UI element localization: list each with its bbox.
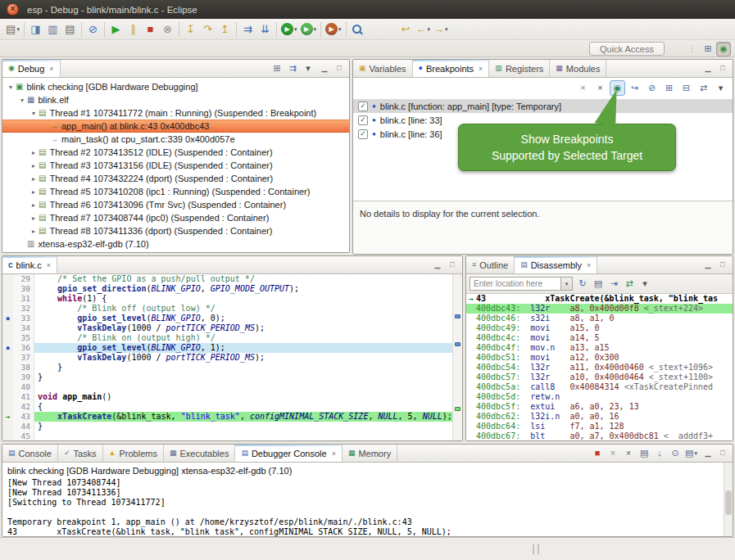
editor-marker-bar[interactable] xyxy=(2,422,13,431)
editor-marker-bar[interactable] xyxy=(2,373,13,382)
editor-marker-bar[interactable] xyxy=(2,353,13,363)
disassembly-row[interactable]: 400dbc5f: extui a6, a0, 23, 13 xyxy=(466,402,733,412)
tree-item-gdb-node[interactable]: ▥xtensa-esp32-elf-gdb (7.10) xyxy=(2,237,349,251)
debug-instruction-stepping-icon[interactable]: ⇉ xyxy=(285,61,300,76)
breakpoint-marker-icon[interactable]: ● xyxy=(2,314,13,323)
editor-marker-bar[interactable] xyxy=(2,382,13,392)
editor-line[interactable]: ●33 gpio_set_level(BLINK_GPIO, 0); xyxy=(2,314,462,323)
editor-marker-bar[interactable] xyxy=(2,304,13,314)
close-icon[interactable]: × xyxy=(332,449,336,458)
pin-console-icon[interactable]: ⊙ xyxy=(668,446,683,461)
window-close-button[interactable]: × xyxy=(7,3,19,16)
disassembly-row[interactable]: 400dbc62: l32i.n a0, a0, 16 xyxy=(466,412,733,422)
ruler-breakpoint-mark[interactable] xyxy=(455,342,461,346)
link-with-debug-view-icon[interactable]: ⇄ xyxy=(696,80,711,96)
disassembly-row[interactable]: 400dbc51: movi a12, 0x300 xyxy=(466,353,733,363)
editor-line[interactable]: 34 vTaskDelay(1000 / portTICK_PERIOD_MS)… xyxy=(2,323,462,333)
editor-body[interactable]: 29 /* Set the GPIO as a push/pull output… xyxy=(2,274,462,440)
terminate-icon[interactable]: ■ xyxy=(142,20,159,38)
location-dropdown-button[interactable]: ▾ xyxy=(561,277,573,291)
run-launch-icon[interactable]: ▶▾ xyxy=(299,20,319,38)
editor-marker-bar[interactable] xyxy=(2,323,13,333)
editor-tab-blink-c[interactable]: cblink.c× xyxy=(2,256,57,273)
maximize-view-button[interactable]: □ xyxy=(333,63,345,75)
go-to-pc-icon[interactable]: ⇥ xyxy=(606,277,621,291)
debug-launch-icon[interactable]: ▶▾ xyxy=(279,20,299,38)
breakpoint-marker-icon[interactable]: ● xyxy=(2,343,13,353)
minimize-view-button[interactable]: ▁ xyxy=(702,63,714,75)
save-all-icon[interactable]: ▥ xyxy=(44,20,61,38)
expander-icon[interactable]: ▸ xyxy=(29,228,39,235)
breakpoints-tab-modules[interactable]: ▦Modules xyxy=(550,60,606,77)
open-perspective-icon[interactable]: ⊞ xyxy=(701,42,715,56)
editor-line[interactable]: 32 /* Blink off (output low) */ xyxy=(2,304,462,314)
minimize-view-button[interactable]: ▁ xyxy=(702,260,714,271)
editor-line[interactable]: 29 /* Set the GPIO as a push/pull output… xyxy=(2,274,462,284)
console-scrollbar-thumb[interactable] xyxy=(725,490,732,515)
disassembly-tab-outline[interactable]: ≡Outline xyxy=(466,256,515,273)
remove-all-launches-icon[interactable]: × xyxy=(621,446,636,461)
breakpoints-tab-breakpoints[interactable]: ●Breakpoints× xyxy=(413,60,490,77)
expander-icon[interactable]: ▾ xyxy=(6,84,16,91)
breakpoints-view-menu-icon[interactable]: ▾ xyxy=(713,80,728,96)
disassembly-row[interactable]: 400dbc5a: call8 0x40084314 <xTaskCreateP… xyxy=(466,382,733,392)
console-tab-problems[interactable]: ▲Problems xyxy=(103,445,164,462)
maximize-view-button[interactable]: □ xyxy=(717,63,728,75)
disassembly-row[interactable]: 400dbc64: lsi f7, a1, 128 xyxy=(466,422,733,431)
console-tab-console[interactable]: ▤Console xyxy=(2,445,58,462)
minimize-view-button[interactable]: ▁ xyxy=(319,63,330,75)
tree-item-thread-7-node[interactable]: ▸▤Thread #7 1073408744 (ipc0) (Suspended… xyxy=(2,211,349,224)
instruction-pointer-icon[interactable]: → xyxy=(2,412,13,422)
disassembly-tab-disassembly[interactable]: ▤Disassembly× xyxy=(515,256,597,273)
step-into-icon[interactable]: ↧ xyxy=(182,20,199,38)
step-return-icon[interactable]: ↥ xyxy=(216,20,234,38)
disassembly-row[interactable]: 400dbc49: movi a15, 0 xyxy=(466,323,733,333)
breakpoint-item[interactable]: ✓●blink.c [function: app_main] [type: Te… xyxy=(353,99,733,113)
editor-marker-bar[interactable] xyxy=(2,363,13,373)
skip-all-breakpoints-view-icon[interactable]: ⊘ xyxy=(644,80,660,96)
breakpoint-checkbox[interactable]: ✓ xyxy=(358,129,368,139)
display-selected-console-icon[interactable]: ▤▾ xyxy=(683,446,699,461)
editor-line[interactable]: 39} xyxy=(2,373,462,382)
location-input[interactable]: Enter location here xyxy=(470,277,561,291)
editor-line[interactable]: 41void app_main() xyxy=(2,392,462,402)
disassembly-row[interactable]: 400dbc46: s32i a8, a1, 0 xyxy=(466,314,733,323)
debug-view-layout-icon[interactable]: ⊞ xyxy=(270,61,284,76)
disassembly-row[interactable]: →43 xTaskCreate(&blink_task, "blink_tas xyxy=(466,294,733,304)
editor-line[interactable]: ●36 gpio_set_level(BLINK_GPIO, 1); xyxy=(2,343,462,353)
console-scrollbar[interactable] xyxy=(724,463,733,536)
tree-item-thread-1-node[interactable]: ▾▤Thread #1 1073411772 (main : Running) … xyxy=(2,106,349,120)
disassembly-row[interactable]: 400dbc67: blt a0, a7, 0x400dbc81 <__addd… xyxy=(466,431,733,440)
back-icon[interactable]: ←▾ xyxy=(415,20,433,38)
disassembly-menu-icon[interactable]: ▾ xyxy=(637,277,652,291)
editor-line[interactable]: 37 vTaskDelay(1000 / portTICK_PERIOD_MS)… xyxy=(2,353,462,363)
console-tab-tasks[interactable]: ✓Tasks xyxy=(58,445,103,462)
disassembly-listing[interactable]: →43 xTaskCreate(&blink_task, "blink_tas4… xyxy=(466,294,733,440)
tree-item-program-node[interactable]: ▾▦blink.elf xyxy=(2,93,349,106)
editor-line[interactable]: 35 /* Blink on (output high) */ xyxy=(2,333,462,343)
debug-view-menu-icon[interactable]: ▾ xyxy=(301,61,315,76)
editor-line[interactable]: 45 xyxy=(2,431,462,440)
close-icon[interactable]: × xyxy=(479,65,483,73)
clear-console-icon[interactable]: ▤ xyxy=(637,446,651,461)
scroll-lock-icon[interactable]: ↓ xyxy=(652,446,667,461)
quick-access-button[interactable]: Quick Access xyxy=(589,42,665,56)
console-tab-executables[interactable]: ▦Executables xyxy=(164,445,235,462)
editor-marker-bar[interactable] xyxy=(2,274,13,284)
tree-item-thread-3-node[interactable]: ▸▤Thread #3 1073413156 (IDLE) (Suspended… xyxy=(2,159,349,172)
breakpoints-tab-variables[interactable]: ▣Variables xyxy=(353,60,413,77)
expander-icon[interactable]: ▾ xyxy=(29,110,39,117)
minimize-view-button[interactable]: ▁ xyxy=(702,448,714,459)
tree-item-thread-6-node[interactable]: ▸▤Thread #6 1073413096 (Tmr Svc) (Suspen… xyxy=(2,198,349,211)
print-icon[interactable]: ▤ xyxy=(61,20,79,38)
external-tools-icon[interactable]: ▶▾ xyxy=(324,20,343,38)
tree-item-thread-2-node[interactable]: ▸▤Thread #2 1073413512 (IDLE) (Suspended… xyxy=(2,146,349,159)
console-tab-debugger-console[interactable]: ▤Debugger Console× xyxy=(235,445,343,462)
tree-item-thread-8-node[interactable]: ▸▤Thread #8 1073411336 (dport) (Suspende… xyxy=(2,224,349,237)
close-icon[interactable]: × xyxy=(49,65,53,73)
maximize-view-button[interactable]: □ xyxy=(717,448,728,459)
tree-item-launch-node[interactable]: ▾▣blink checking [GDB Hardware Debugging… xyxy=(2,80,349,93)
debug-tab-debug[interactable]: ◉Debug× xyxy=(2,60,61,77)
last-edit-location-icon[interactable]: ↩ xyxy=(397,20,415,38)
debug-perspective-icon[interactable]: ◉ xyxy=(716,42,731,56)
